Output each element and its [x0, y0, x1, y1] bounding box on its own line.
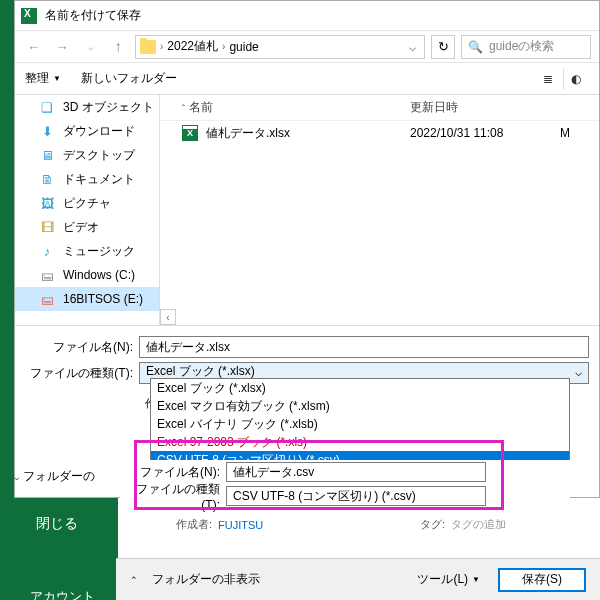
filename-input[interactable]	[139, 336, 589, 358]
music-icon: ♪	[39, 243, 55, 259]
chevron-down-icon: ▼	[472, 575, 480, 584]
filetype-label: ファイルの種類(T):	[25, 365, 133, 382]
hide-folders-toggle[interactable]: ⌃	[130, 575, 138, 585]
result-filetype-label: ファイルの種類(T):	[120, 481, 220, 512]
video-icon: 🎞	[39, 219, 55, 235]
sidebar: ❑3D オブジェクト ⬇ダウンロード 🖥デスクトップ 🗎ドキュメント 🖼ピクチャ…	[15, 95, 160, 325]
filetype-option[interactable]: Excel マクロ有効ブック (*.xlsm)	[151, 397, 569, 415]
chevron-down-icon: ▼	[53, 74, 61, 83]
download-icon: ⬇	[39, 123, 55, 139]
search-icon: 🔍	[468, 40, 483, 54]
folder-icon	[140, 40, 156, 54]
excel-icon	[21, 8, 37, 24]
document-icon: 🗎	[39, 171, 55, 187]
navbar: ← → ⌵ ↑ › 2022値札 › guide ⌵ ↻ 🔍 guideの検索	[15, 31, 599, 63]
sidebar-item-drive-c[interactable]: 🖴Windows (C:)	[15, 263, 159, 287]
excel-account-menu[interactable]: アカウント	[30, 588, 95, 600]
sidebar-item-videos[interactable]: 🎞ビデオ	[15, 215, 159, 239]
refresh-button[interactable]: ↻	[431, 35, 455, 59]
chevron-right-icon: ›	[222, 41, 225, 52]
picture-icon: 🖼	[39, 195, 55, 211]
sidebar-item-music[interactable]: ♪ミュージック	[15, 239, 159, 263]
nav-forward-button: →	[51, 36, 73, 58]
column-header-date[interactable]: 更新日時	[410, 99, 560, 116]
author-display: 作成者: FUJITSU	[176, 517, 263, 532]
3d-icon: ❑	[39, 99, 55, 115]
column-header-name[interactable]: ˆ名前	[160, 99, 410, 116]
file-row[interactable]: X値札データ.xlsx 2022/10/31 11:08 M	[160, 121, 599, 145]
filename-label: ファイル名(N):	[25, 339, 133, 356]
filetype-option[interactable]: Excel ブック (*.xlsx)	[151, 379, 569, 397]
result-filename-input[interactable]	[226, 462, 486, 482]
organize-menu[interactable]: 整理▼	[25, 70, 61, 87]
tag-value[interactable]: タグの追加	[451, 517, 506, 532]
file-date: 2022/10/31 11:08	[410, 126, 560, 140]
sidebar-item-downloads[interactable]: ⬇ダウンロード	[15, 119, 159, 143]
breadcrumb[interactable]: › 2022値札 › guide ⌵	[135, 35, 425, 59]
sidebar-item-3dobjects[interactable]: ❑3D オブジェクト	[15, 95, 159, 119]
file-name: 値札データ.xlsx	[206, 125, 290, 142]
desktop-icon: 🖥	[39, 147, 55, 163]
sort-asc-icon: ˆ	[182, 103, 185, 113]
save-button[interactable]: 保存(S)	[498, 568, 586, 592]
tag-label: タグ:	[420, 517, 445, 532]
file-list-header: ˆ名前 更新日時	[160, 95, 599, 121]
nav-up-button[interactable]: ↑	[107, 36, 129, 58]
sidebar-item-pictures[interactable]: 🖼ピクチャ	[15, 191, 159, 215]
path-segment-1[interactable]: 2022値札	[167, 38, 218, 55]
file-list: ˆ名前 更新日時 X値札データ.xlsx 2022/10/31 11:08 M …	[160, 95, 599, 325]
author-value[interactable]: FUJITSU	[218, 519, 263, 531]
filetype-option[interactable]: Excel バイナリ ブック (*.xlsb)	[151, 415, 569, 433]
nav-history-drop[interactable]: ⌵	[79, 36, 101, 58]
excel-close-menu[interactable]: 閉じる	[36, 515, 78, 533]
bottom-bar: ⌃ フォルダーの非表示 ツール(L)▼ 保存(S)	[116, 558, 600, 600]
drive-icon: 🖴	[39, 267, 55, 283]
nav-back-button[interactable]: ←	[23, 36, 45, 58]
search-input[interactable]: 🔍 guideの検索	[461, 35, 591, 59]
tools-menu[interactable]: ツール(L)▼	[409, 569, 488, 591]
chevron-down-icon: ⌵	[14, 472, 19, 482]
sidebar-item-documents[interactable]: 🗎ドキュメント	[15, 167, 159, 191]
toolbar: 整理▼ 新しいフォルダー ≣ ◐	[15, 63, 599, 95]
external-drive-icon: 🖴	[39, 291, 55, 307]
folder-toggle[interactable]: ⌵ フォルダーの	[14, 468, 110, 485]
hide-folders-label[interactable]: フォルダーの非表示	[152, 571, 260, 588]
filetype-option[interactable]: Excel 97-2003 ブック (*.xls)	[151, 433, 569, 451]
sidebar-item-drive-e[interactable]: 🖴16BITSOS (E:)	[15, 287, 159, 311]
titlebar: 名前を付けて保存	[15, 1, 599, 31]
excel-file-icon: X	[182, 125, 198, 141]
file-other: M	[560, 126, 599, 140]
view-mode-button[interactable]: ≣	[535, 68, 561, 90]
new-folder-button[interactable]: 新しいフォルダー	[81, 70, 177, 87]
help-button[interactable]: ◐	[563, 68, 589, 90]
tag-display: タグ: タグの追加	[420, 517, 506, 532]
result-filetype-input[interactable]	[226, 486, 486, 506]
result-form: ファイル名(N): ファイルの種類(T):	[120, 460, 570, 508]
search-placeholder: guideの検索	[489, 38, 554, 55]
path-segment-2[interactable]: guide	[229, 40, 258, 54]
dialog-title: 名前を付けて保存	[45, 7, 141, 24]
sidebar-item-desktop[interactable]: 🖥デスクトップ	[15, 143, 159, 167]
result-filename-label: ファイル名(N):	[120, 464, 220, 481]
chevron-right-icon: ›	[160, 41, 163, 52]
path-drop-icon[interactable]: ⌵	[405, 40, 420, 54]
scroll-left-button[interactable]: ‹	[160, 309, 176, 325]
author-label: 作成者:	[176, 517, 212, 532]
